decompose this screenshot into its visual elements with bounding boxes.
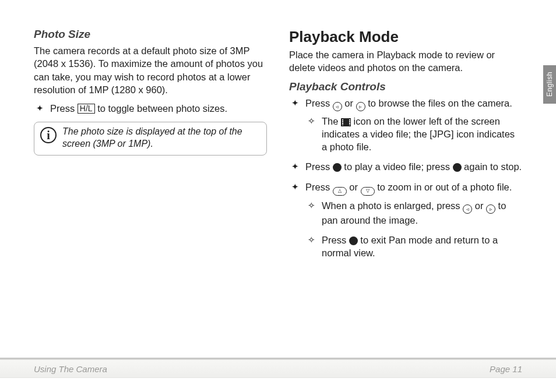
text: to play a video file; press <box>342 161 453 172</box>
text: or <box>342 98 356 108</box>
info-callout: i The photo size is displayed at the top… <box>34 122 267 156</box>
control-zoom-sub: When a photo is enlarged, press ◃ or ▹ t… <box>305 199 522 260</box>
up-arrow-icon: △ <box>333 187 347 196</box>
record-icon <box>349 236 358 245</box>
footer-page: Page 11 <box>490 364 522 374</box>
left-arrow-icon: ◃ <box>463 204 472 214</box>
right-arrow-icon: ▹ <box>486 204 495 214</box>
playback-mode-intro: Place the camera in Playback mode to rev… <box>289 48 522 75</box>
footer: Using The Camera Page 11 <box>0 359 556 378</box>
record-icon <box>453 163 462 172</box>
control-play: Press to play a video file; press again … <box>289 160 522 173</box>
film-icon <box>341 118 351 126</box>
text: Press <box>322 235 349 245</box>
playback-controls-list: Press ◃ or ▹ to browse the files on the … <box>289 97 522 260</box>
playback-mode-heading: Playback Mode <box>289 28 522 46</box>
text: to browse the files on the camera. <box>365 98 512 108</box>
text: or <box>472 200 486 211</box>
text: to toggle between photo sizes. <box>95 103 228 114</box>
control-browse-sub-1: The icon on the lower left of the screen… <box>305 115 522 154</box>
text: Press <box>305 98 333 108</box>
record-icon <box>333 163 342 172</box>
language-tab: English <box>543 65 556 104</box>
footer-section: Using The Camera <box>34 364 107 374</box>
text: again to stop. <box>462 161 522 172</box>
photo-size-bullet-1: Press H/L to toggle between photo sizes. <box>34 102 267 115</box>
left-arrow-icon: ◃ <box>333 102 342 111</box>
control-browse: Press ◃ or ▹ to browse the files on the … <box>289 97 522 154</box>
photo-size-bullets: Press H/L to toggle between photo sizes. <box>34 102 267 115</box>
text: Press <box>305 182 333 192</box>
photo-size-heading: Photo Size <box>34 28 267 41</box>
jpg-label: [JPG] <box>430 129 453 139</box>
playback-controls-heading: Playback Controls <box>289 80 522 93</box>
text: Press <box>305 161 333 172</box>
info-icon: i <box>40 127 57 143</box>
page: Photo Size The camera records at a defau… <box>0 0 556 392</box>
photo-size-body: The camera records at a default photo si… <box>34 44 267 96</box>
text: The <box>322 116 341 126</box>
down-arrow-icon: ▽ <box>361 187 375 196</box>
left-column: Photo Size The camera records at a defau… <box>34 28 267 266</box>
control-zoom: Press △ or ▽ to zoom in or out of a phot… <box>289 181 522 260</box>
two-column-layout: Photo Size The camera records at a defau… <box>34 28 522 266</box>
text: or <box>347 182 361 192</box>
control-zoom-sub-2: Press to exit Pan mode and return to a n… <box>305 234 522 260</box>
control-browse-sub: The icon on the lower left of the screen… <box>305 115 522 154</box>
info-text: The photo size is displayed at the top o… <box>62 126 261 150</box>
right-arrow-icon: ▹ <box>356 102 365 111</box>
control-zoom-sub-1: When a photo is enlarged, press ◃ or ▹ t… <box>305 199 522 227</box>
text: Press <box>50 103 78 114</box>
text: to zoom in or out of a photo file. <box>375 182 512 192</box>
right-column: Playback Mode Place the camera in Playba… <box>289 28 522 266</box>
hl-key-label: H/L <box>78 104 95 114</box>
text: When a photo is enlarged, press <box>322 200 463 211</box>
